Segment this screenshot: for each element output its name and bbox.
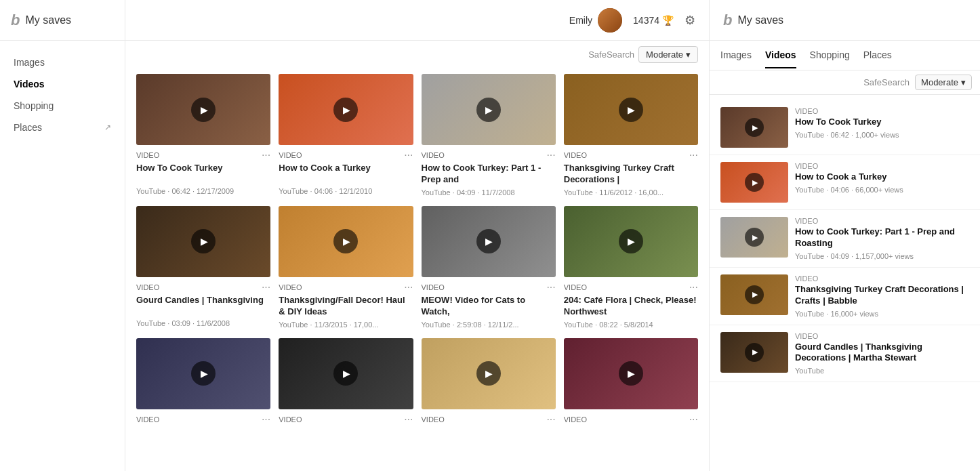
- play-button-3[interactable]: [476, 98, 501, 122]
- video-thumb-bg-10: [279, 338, 413, 409]
- right-list-item-3[interactable]: VIDEOHow to Cook Turkey: Part 1 - Prep a…: [710, 210, 980, 268]
- play-button-8[interactable]: [619, 229, 643, 253]
- play-button-1[interactable]: [191, 98, 216, 122]
- right-list-item-4[interactable]: VIDEOThanksgiving Turkey Craft Decoratio…: [710, 268, 980, 325]
- video-card-10[interactable]: VIDEO···: [279, 338, 413, 453]
- video-menu-12[interactable]: ···: [689, 413, 698, 426]
- play-button-6[interactable]: [333, 229, 358, 253]
- right-video-title-1: How To Cook Turkey: [795, 117, 969, 128]
- right-list-item-1[interactable]: VIDEOHow To Cook TurkeyYouTube · 06:42 ·…: [710, 100, 980, 155]
- video-source-8: YouTube · 08:22 · 5/8/2014: [564, 321, 698, 329]
- video-source-5: YouTube · 03:09 · 11/6/2008: [136, 319, 270, 327]
- video-card-11[interactable]: VIDEO···: [422, 338, 556, 453]
- right-video-type-4: VIDEO: [795, 274, 969, 283]
- play-button-11[interactable]: [476, 361, 501, 386]
- play-button-4[interactable]: [619, 98, 643, 122]
- video-card-9[interactable]: VIDEO···: [136, 338, 270, 453]
- video-thumb-9: [136, 338, 270, 409]
- bing-logo-right: b: [723, 12, 732, 29]
- video-card-5[interactable]: VIDEO···Gourd Candles | ThanksgivingYouT…: [136, 206, 270, 330]
- video-type-11: VIDEO: [422, 415, 445, 424]
- play-button-7[interactable]: [476, 229, 501, 253]
- video-type-12: VIDEO: [564, 415, 587, 424]
- sidebar-item-images[interactable]: Images: [0, 52, 125, 73]
- right-thumb-4: [720, 274, 788, 315]
- video-card-1[interactable]: VIDEO···How To Cook TurkeyYouTube · 06:4…: [136, 74, 270, 198]
- points-badge: 14374 🏆: [633, 15, 674, 26]
- video-meta-2: VIDEO···How to Cook a TurkeyYouTube · 04…: [279, 145, 413, 197]
- right-play-btn-1[interactable]: [745, 118, 764, 137]
- right-video-type-1: VIDEO: [795, 107, 969, 115]
- safesearch-bar: SafeSearch Moderate ▾: [125, 41, 709, 68]
- right-play-btn-5[interactable]: [745, 343, 764, 362]
- right-safesearch: SafeSearch Moderate ▾: [710, 70, 980, 95]
- video-type-1: VIDEO: [136, 151, 159, 159]
- video-source-7: YouTube · 2:59:08 · 12/11/2...: [422, 321, 556, 329]
- video-menu-11[interactable]: ···: [546, 413, 555, 426]
- video-card-2[interactable]: VIDEO···How to Cook a TurkeyYouTube · 04…: [279, 74, 413, 198]
- video-menu-8[interactable]: ···: [689, 281, 698, 293]
- right-play-btn-3[interactable]: [745, 228, 764, 247]
- video-title-2: How to Cook a Turkey: [279, 163, 413, 184]
- safesearch-value: Moderate: [646, 49, 683, 60]
- video-menu-4[interactable]: ···: [689, 149, 698, 161]
- video-type-5: VIDEO: [136, 283, 159, 291]
- right-tab-places[interactable]: Places: [863, 43, 892, 68]
- right-video-title-5: Gourd Candles | Thanksgiving Decorations…: [795, 342, 969, 365]
- left-nav: ImagesVideosShoppingPlaces↗: [0, 41, 125, 149]
- video-card-7[interactable]: VIDEO···MEOW! Video for Cats to Watch,Yo…: [422, 206, 556, 330]
- points-value: 14374: [633, 15, 659, 26]
- user-info: Emily: [569, 8, 622, 33]
- right-tab-videos[interactable]: Videos: [765, 43, 796, 68]
- settings-icon[interactable]: ⚙: [685, 13, 695, 28]
- sidebar-item-shopping[interactable]: Shopping: [0, 95, 125, 117]
- video-thumb-5: [136, 206, 270, 277]
- video-menu-10[interactable]: ···: [404, 413, 413, 426]
- play-button-10[interactable]: [333, 361, 358, 386]
- video-card-12[interactable]: VIDEO···: [564, 338, 698, 453]
- right-list-item-5[interactable]: VIDEOGourd Candles | Thanksgiving Decora…: [710, 325, 980, 383]
- play-button-9[interactable]: [191, 361, 216, 386]
- right-video-title-2: How to Cook a Turkey: [795, 171, 969, 183]
- video-menu-6[interactable]: ···: [404, 281, 413, 293]
- video-card-6[interactable]: VIDEO···Thanksgiving/Fall Decor! Haul & …: [279, 206, 413, 330]
- video-thumb-bg-6: [279, 206, 413, 277]
- video-meta-5: VIDEO···Gourd Candles | ThanksgivingYouT…: [136, 277, 270, 329]
- right-play-btn-4[interactable]: [745, 285, 764, 304]
- safesearch-button[interactable]: Moderate ▾: [638, 46, 698, 63]
- play-button-2[interactable]: [333, 98, 358, 122]
- right-video-type-3: VIDEO: [795, 217, 969, 225]
- avatar-image: [598, 8, 622, 33]
- right-play-btn-2[interactable]: [745, 173, 764, 192]
- video-menu-5[interactable]: ···: [262, 281, 270, 293]
- video-title-12: [564, 427, 698, 449]
- video-card-8[interactable]: VIDEO···204: Café Flora | Check, Please!…: [564, 206, 698, 330]
- right-video-source-4: YouTube · 16,000+ views: [795, 310, 969, 318]
- sidebar-item-label-images: Images: [14, 57, 45, 68]
- sidebar-item-videos[interactable]: Videos: [0, 73, 125, 95]
- video-card-3[interactable]: VIDEO···How to Cook Turkey: Part 1 - Pre…: [422, 74, 556, 198]
- video-menu-9[interactable]: ···: [262, 413, 270, 426]
- play-button-5[interactable]: [191, 229, 216, 253]
- video-menu-3[interactable]: ···: [546, 149, 555, 161]
- video-menu-1[interactable]: ···: [262, 149, 270, 161]
- video-title-5: Gourd Candles | Thanksgiving: [136, 295, 270, 316]
- right-panel: b My saves ImagesVideosShoppingPlaces Sa…: [709, 0, 980, 471]
- video-source-4: YouTube · 11/6/2012 · 16,00...: [564, 188, 698, 197]
- play-button-12[interactable]: [619, 361, 643, 386]
- video-label-row-11: VIDEO···: [422, 413, 556, 426]
- video-title-9: [136, 427, 270, 449]
- right-tab-images[interactable]: Images: [720, 43, 752, 68]
- right-tab-shopping[interactable]: Shopping: [810, 43, 850, 68]
- sidebar-item-places[interactable]: Places↗: [0, 117, 125, 138]
- right-list-item-2[interactable]: VIDEOHow to Cook a TurkeyYouTube · 04:06…: [710, 155, 980, 210]
- trophy-icon: 🏆: [662, 15, 674, 26]
- video-thumb-8: [564, 206, 698, 277]
- video-card-4[interactable]: VIDEO···Thanksgiving Turkey Craft Decora…: [564, 74, 698, 198]
- video-thumb-11: [422, 338, 556, 409]
- right-list: VIDEOHow To Cook TurkeyYouTube · 06:42 ·…: [710, 95, 980, 471]
- video-menu-7[interactable]: ···: [546, 281, 555, 293]
- right-video-source-5: YouTube: [795, 367, 969, 375]
- right-safesearch-button[interactable]: Moderate ▾: [915, 75, 972, 90]
- video-menu-2[interactable]: ···: [404, 149, 413, 161]
